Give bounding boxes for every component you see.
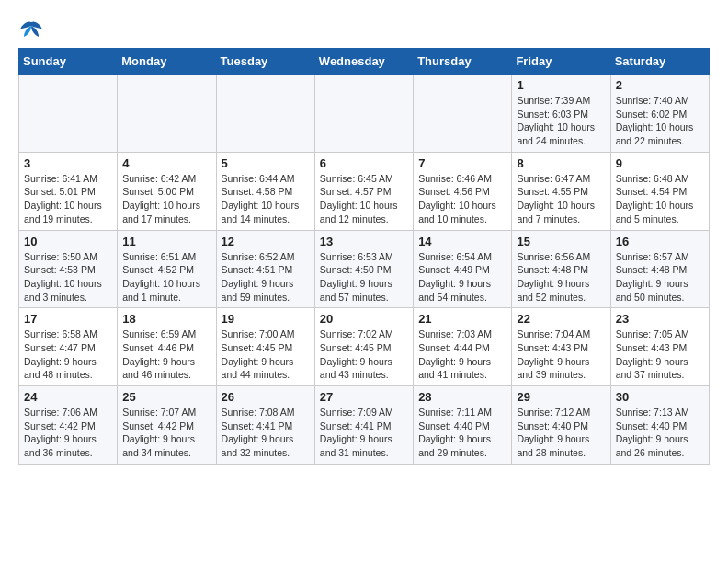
day-number: 17 [24, 312, 112, 326]
day-info: Sunrise: 7:09 AM Sunset: 4:41 PM Dayligh… [320, 406, 408, 460]
day-info: Sunrise: 6:56 AM Sunset: 4:48 PM Dayligh… [517, 250, 605, 304]
calendar-week-row: 24Sunrise: 7:06 AM Sunset: 4:42 PM Dayli… [19, 386, 710, 465]
day-info: Sunrise: 6:42 AM Sunset: 5:00 PM Dayligh… [122, 172, 210, 226]
calendar-day-24: 24Sunrise: 7:06 AM Sunset: 4:42 PM Dayli… [19, 386, 118, 465]
calendar-day-30: 30Sunrise: 7:13 AM Sunset: 4:40 PM Dayli… [610, 386, 709, 465]
calendar-week-row: 1Sunrise: 7:39 AM Sunset: 6:03 PM Daylig… [19, 75, 710, 153]
calendar-day-26: 26Sunrise: 7:08 AM Sunset: 4:41 PM Dayli… [216, 386, 314, 465]
calendar-day-29: 29Sunrise: 7:12 AM Sunset: 4:40 PM Dayli… [512, 386, 610, 465]
day-number: 21 [418, 312, 506, 326]
calendar-day-28: 28Sunrise: 7:11 AM Sunset: 4:40 PM Dayli… [414, 386, 512, 465]
day-number: 2 [616, 78, 704, 92]
day-info: Sunrise: 6:58 AM Sunset: 4:47 PM Dayligh… [24, 327, 112, 382]
day-number: 9 [616, 156, 704, 170]
calendar-day-17: 17Sunrise: 6:58 AM Sunset: 4:47 PM Dayli… [19, 308, 118, 386]
day-info: Sunrise: 6:57 AM Sunset: 4:48 PM Dayligh… [616, 250, 704, 304]
day-number: 20 [320, 312, 408, 326]
day-number: 18 [122, 312, 210, 326]
calendar-day-18: 18Sunrise: 6:59 AM Sunset: 4:46 PM Dayli… [118, 308, 216, 386]
calendar-day-4: 4Sunrise: 6:42 AM Sunset: 5:00 PM Daylig… [118, 152, 216, 230]
weekday-header-saturday: Saturday [610, 49, 709, 75]
calendar-day-8: 8Sunrise: 6:47 AM Sunset: 4:55 PM Daylig… [512, 152, 610, 230]
day-number: 26 [222, 390, 310, 404]
day-number: 3 [24, 156, 112, 170]
calendar-empty-cell [118, 75, 216, 153]
day-number: 1 [517, 78, 605, 92]
calendar-day-25: 25Sunrise: 7:07 AM Sunset: 4:42 PM Dayli… [118, 386, 216, 465]
day-number: 10 [24, 235, 112, 248]
calendar-day-3: 3Sunrise: 6:41 AM Sunset: 5:01 PM Daylig… [19, 152, 118, 230]
calendar-day-14: 14Sunrise: 6:54 AM Sunset: 4:49 PM Dayli… [414, 230, 512, 308]
day-number: 19 [222, 312, 310, 326]
day-info: Sunrise: 6:47 AM Sunset: 4:55 PM Dayligh… [517, 172, 605, 226]
day-info: Sunrise: 7:08 AM Sunset: 4:41 PM Dayligh… [222, 406, 310, 460]
day-info: Sunrise: 7:05 AM Sunset: 4:43 PM Dayligh… [616, 327, 704, 382]
calendar-day-11: 11Sunrise: 6:51 AM Sunset: 4:52 PM Dayli… [118, 230, 216, 308]
calendar-week-row: 17Sunrise: 6:58 AM Sunset: 4:47 PM Dayli… [19, 308, 710, 386]
calendar-table: SundayMondayTuesdayWednesdayThursdayFrid… [18, 48, 710, 465]
logo [18, 18, 48, 40]
calendar-week-row: 3Sunrise: 6:41 AM Sunset: 5:01 PM Daylig… [19, 152, 710, 230]
day-number: 23 [616, 312, 704, 326]
day-number: 7 [418, 156, 506, 170]
calendar-day-5: 5Sunrise: 6:44 AM Sunset: 4:58 PM Daylig… [216, 152, 314, 230]
day-info: Sunrise: 6:54 AM Sunset: 4:49 PM Dayligh… [418, 250, 506, 304]
weekday-header-thursday: Thursday [414, 49, 512, 75]
calendar-day-7: 7Sunrise: 6:46 AM Sunset: 4:56 PM Daylig… [414, 152, 512, 230]
day-number: 24 [24, 390, 112, 404]
calendar-empty-cell [414, 75, 512, 153]
day-info: Sunrise: 7:39 AM Sunset: 6:03 PM Dayligh… [517, 94, 605, 148]
day-number: 13 [320, 235, 408, 248]
calendar-day-19: 19Sunrise: 7:00 AM Sunset: 4:45 PM Dayli… [216, 308, 314, 386]
day-info: Sunrise: 6:59 AM Sunset: 4:46 PM Dayligh… [122, 327, 210, 382]
day-number: 5 [222, 156, 310, 170]
day-info: Sunrise: 7:07 AM Sunset: 4:42 PM Dayligh… [122, 406, 210, 460]
day-info: Sunrise: 6:50 AM Sunset: 4:53 PM Dayligh… [24, 250, 112, 304]
day-info: Sunrise: 7:06 AM Sunset: 4:42 PM Dayligh… [24, 406, 112, 460]
day-number: 14 [418, 235, 506, 248]
page-header [18, 18, 710, 40]
day-info: Sunrise: 7:11 AM Sunset: 4:40 PM Dayligh… [418, 406, 506, 460]
day-info: Sunrise: 6:53 AM Sunset: 4:50 PM Dayligh… [320, 250, 408, 304]
calendar-day-21: 21Sunrise: 7:03 AM Sunset: 4:44 PM Dayli… [414, 308, 512, 386]
day-number: 30 [616, 390, 704, 404]
day-number: 16 [616, 235, 704, 248]
day-info: Sunrise: 7:00 AM Sunset: 4:45 PM Dayligh… [222, 327, 310, 382]
calendar-day-27: 27Sunrise: 7:09 AM Sunset: 4:41 PM Dayli… [314, 386, 413, 465]
day-info: Sunrise: 7:02 AM Sunset: 4:45 PM Dayligh… [320, 327, 408, 382]
day-number: 29 [517, 390, 605, 404]
calendar-day-22: 22Sunrise: 7:04 AM Sunset: 4:43 PM Dayli… [512, 308, 610, 386]
day-number: 22 [517, 312, 605, 326]
calendar-day-13: 13Sunrise: 6:53 AM Sunset: 4:50 PM Dayli… [314, 230, 413, 308]
day-number: 6 [320, 156, 408, 170]
day-info: Sunrise: 6:46 AM Sunset: 4:56 PM Dayligh… [418, 172, 506, 226]
calendar-day-12: 12Sunrise: 6:52 AM Sunset: 4:51 PM Dayli… [216, 230, 314, 308]
calendar-header-row: SundayMondayTuesdayWednesdayThursdayFrid… [19, 49, 710, 75]
day-number: 28 [418, 390, 506, 404]
calendar-day-9: 9Sunrise: 6:48 AM Sunset: 4:54 PM Daylig… [610, 152, 709, 230]
day-info: Sunrise: 7:03 AM Sunset: 4:44 PM Dayligh… [418, 327, 506, 382]
calendar-empty-cell [314, 75, 413, 153]
logo-bird-icon [18, 18, 44, 40]
weekday-header-tuesday: Tuesday [216, 49, 314, 75]
calendar-empty-cell [19, 75, 118, 153]
day-number: 25 [122, 390, 210, 404]
calendar-day-16: 16Sunrise: 6:57 AM Sunset: 4:48 PM Dayli… [610, 230, 709, 308]
day-number: 12 [222, 235, 310, 248]
day-info: Sunrise: 6:44 AM Sunset: 4:58 PM Dayligh… [222, 172, 310, 226]
weekday-header-wednesday: Wednesday [314, 49, 413, 75]
day-info: Sunrise: 7:12 AM Sunset: 4:40 PM Dayligh… [517, 406, 605, 460]
day-number: 27 [320, 390, 408, 404]
calendar-day-2: 2Sunrise: 7:40 AM Sunset: 6:02 PM Daylig… [610, 75, 709, 153]
day-info: Sunrise: 6:41 AM Sunset: 5:01 PM Dayligh… [24, 172, 112, 226]
day-info: Sunrise: 6:52 AM Sunset: 4:51 PM Dayligh… [222, 250, 310, 304]
weekday-header-friday: Friday [512, 49, 610, 75]
weekday-header-sunday: Sunday [19, 49, 118, 75]
calendar-empty-cell [216, 75, 314, 153]
day-number: 11 [122, 235, 210, 248]
day-info: Sunrise: 7:04 AM Sunset: 4:43 PM Dayligh… [517, 327, 605, 382]
calendar-day-6: 6Sunrise: 6:45 AM Sunset: 4:57 PM Daylig… [314, 152, 413, 230]
calendar-day-15: 15Sunrise: 6:56 AM Sunset: 4:48 PM Dayli… [512, 230, 610, 308]
calendar-day-23: 23Sunrise: 7:05 AM Sunset: 4:43 PM Dayli… [610, 308, 709, 386]
day-info: Sunrise: 6:48 AM Sunset: 4:54 PM Dayligh… [616, 172, 704, 226]
